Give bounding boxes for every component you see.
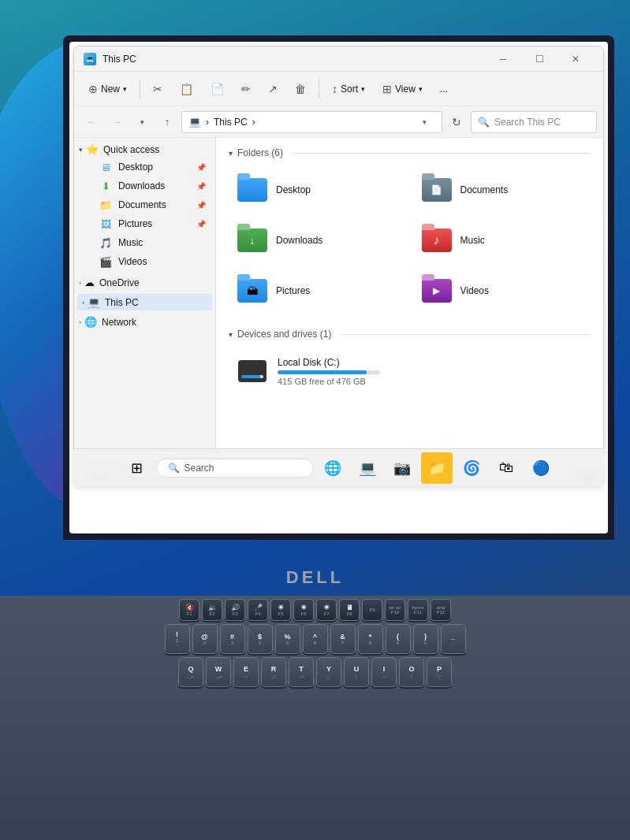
more-button[interactable]: ... <box>432 76 456 102</box>
delete-button[interactable]: 🗑 <box>287 76 314 102</box>
key-r[interactable]: Rق <box>261 657 286 687</box>
devices-section-label: Devices and drives (1) <box>237 329 331 340</box>
rename-icon: ✏ <box>241 83 251 95</box>
sidebar-header-thispc[interactable]: › 💻 This PC <box>77 294 212 310</box>
key-o[interactable]: Oخ <box>399 657 424 687</box>
folder-item-desktop[interactable]: Desktop <box>229 168 407 212</box>
key-2[interactable]: @2 <box>192 624 218 654</box>
sidebar-header-network[interactable]: › 🌐 Network <box>74 314 215 330</box>
sidebar-header-quick-access[interactable]: ▾ ⭐ Quick access <box>74 141 215 158</box>
taskbar-store-button[interactable]: 🛍 <box>490 452 522 484</box>
downloads-pin-icon: 📌 <box>196 182 206 191</box>
new-button[interactable]: ⊕ New ▾ <box>80 76 135 102</box>
recent-button[interactable]: ▾ <box>131 111 153 133</box>
folder-item-downloads[interactable]: Downloads <box>229 218 407 262</box>
address-pc-icon: 💻 <box>188 116 201 128</box>
key-vol-up[interactable]: 🔊F3 <box>225 599 245 621</box>
key-6[interactable]: ^6 <box>303 624 328 654</box>
view-button[interactable]: ⊞ View ▾ <box>375 76 431 102</box>
key-4[interactable]: $4 <box>248 624 273 654</box>
taskbar: ⊞ 🔍 Search 🌐 💻 📷 📁 🌀 🛍 <box>73 448 604 486</box>
sidebar-item-videos[interactable]: 🎬 Videos <box>77 252 212 271</box>
key-t[interactable]: Tف <box>289 657 314 687</box>
sidebar-item-pictures[interactable]: 🖼 Pictures 📌 <box>77 214 212 233</box>
sidebar-item-downloads-label: Downloads <box>118 180 165 191</box>
key-prtsc[interactable]: prt scF10 <box>385 599 405 621</box>
folder-item-documents[interactable]: Documents <box>413 168 591 212</box>
sidebar-item-downloads[interactable]: ⬇ Downloads 📌 <box>77 177 212 195</box>
taskbar-chrome-button[interactable]: 🔵 <box>525 452 557 484</box>
sidebar-item-documents[interactable]: 📁 Documents 📌 <box>77 195 212 214</box>
key-5[interactable]: %5 <box>275 624 300 654</box>
key-p[interactable]: Pح <box>427 657 452 687</box>
key-mic[interactable]: 🎤F4 <box>248 599 268 621</box>
paste-button[interactable]: 📄 <box>203 76 232 102</box>
sidebar-item-documents-label: Documents <box>118 199 166 210</box>
cut-button[interactable]: ✂ <box>145 76 170 102</box>
taskbar-explorer-button[interactable]: 💻 <box>352 452 383 484</box>
taskbar-edge-button[interactable]: 🌀 <box>456 452 487 484</box>
search-box[interactable]: 🔍 Search This PC <box>471 111 597 133</box>
key-f9[interactable]: F9 <box>362 599 382 621</box>
key-vol-down[interactable]: 🔉F2 <box>202 599 222 621</box>
folder-item-pictures[interactable]: Pictures <box>229 269 407 313</box>
start-button[interactable]: ⊞ <box>121 452 153 484</box>
minimize-button[interactable]: ─ <box>485 46 521 72</box>
key-end[interactable]: endF12 <box>431 599 451 621</box>
folder-icon-desktop <box>237 178 267 202</box>
key-9[interactable]: (9 <box>386 624 411 654</box>
forward-button[interactable]: → <box>106 111 128 133</box>
key-display[interactable]: 🖥F8 <box>339 599 360 621</box>
device-item-local-disk[interactable]: Local Disk (C:) 415 GB free of 476 GB <box>229 349 591 393</box>
share-button[interactable]: ↗ <box>260 76 285 102</box>
folder-label-videos: Videos <box>460 285 489 296</box>
sidebar-section-network: › 🌐 Network <box>74 314 215 330</box>
folder-icon-documents <box>422 178 452 202</box>
key-e[interactable]: Eث <box>233 657 259 687</box>
address-input[interactable]: 💻 › This PC › ▾ <box>181 111 442 133</box>
key-brightness-down[interactable]: ☀F5 <box>270 599 291 621</box>
key-mute[interactable]: 🔇F1 <box>179 599 199 621</box>
delete-icon: 🗑 <box>295 83 306 95</box>
folders-section-header: ▾ Folders (6) <box>229 147 591 158</box>
key-0[interactable]: )0 <box>413 624 438 654</box>
key-8[interactable]: *8 <box>358 624 383 654</box>
back-button[interactable]: ← <box>80 111 103 133</box>
copy-button[interactable]: 📋 <box>172 76 201 102</box>
key-minus[interactable]: _- <box>441 624 466 654</box>
sidebar-item-music[interactable]: 🎵 Music <box>77 233 212 252</box>
key-home[interactable]: homeF11 <box>408 599 428 621</box>
sidebar: ▾ ⭐ Quick access 🖥 Desktop 📌 ⬇ Downloads <box>74 138 216 468</box>
refresh-button[interactable]: ↻ <box>445 111 468 133</box>
taskbar-teams-button[interactable]: 📷 <box>386 452 418 484</box>
address-dropdown-button[interactable]: ▾ <box>413 111 435 133</box>
key-7[interactable]: &7 <box>330 624 356 654</box>
rename-button[interactable]: ✏ <box>233 76 259 102</box>
folder-item-videos[interactable]: Videos <box>413 269 591 313</box>
up-button[interactable]: ↑ <box>156 111 178 133</box>
close-button[interactable]: ✕ <box>557 46 594 72</box>
key-brightness-up[interactable]: ☀F6 <box>293 599 314 621</box>
key-i[interactable]: Iه <box>371 657 397 687</box>
taskbar-gallery-button[interactable]: 🌐 <box>317 452 349 484</box>
sort-button[interactable]: ↕ Sort ▾ <box>324 76 373 102</box>
key-3[interactable]: #3 <box>220 624 245 654</box>
sidebar-header-onedrive[interactable]: › ☁ OneDrive <box>74 274 215 291</box>
sidebar-item-desktop[interactable]: 🖥 Desktop 📌 <box>77 158 212 177</box>
key-y[interactable]: Yغ <box>316 657 341 687</box>
videos-folder-icon: 🎬 <box>99 255 112 268</box>
key-w[interactable]: Wص <box>206 657 231 687</box>
key-q[interactable]: Qض <box>178 657 203 687</box>
device-info: Local Disk (C:) 415 GB free of 476 GB <box>278 357 380 386</box>
folder-item-music[interactable]: Music <box>413 218 591 262</box>
sort-label: Sort <box>341 84 358 95</box>
key-u[interactable]: Uع <box>344 657 369 687</box>
sidebar-item-desktop-label: Desktop <box>118 162 153 173</box>
key-1[interactable]: !1! <box>165 624 190 654</box>
view-label: View <box>395 84 416 95</box>
maximize-button[interactable]: ☐ <box>521 46 557 72</box>
key-brightness-f7[interactable]: ☀F7 <box>316 599 337 621</box>
taskbar-folders-button[interactable]: 📁 <box>421 452 453 484</box>
folder-label-pictures: Pictures <box>276 285 310 296</box>
taskbar-search[interactable]: 🔍 Search <box>156 459 314 478</box>
